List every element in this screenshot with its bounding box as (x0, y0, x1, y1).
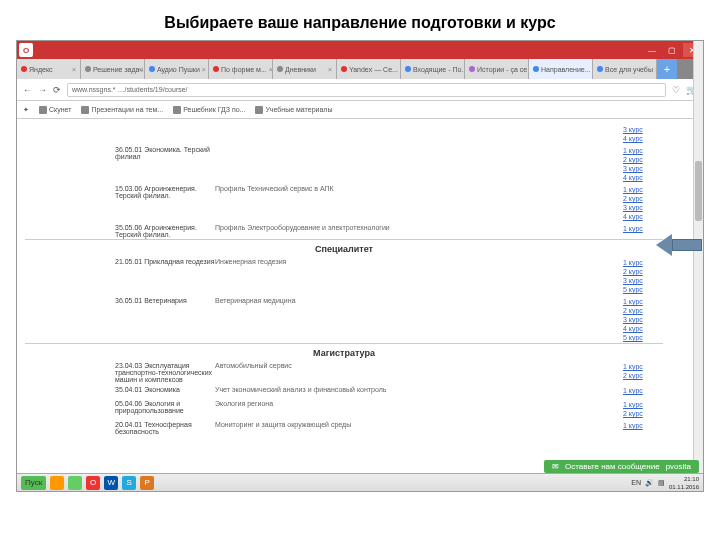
start-button[interactable]: Пуск (21, 476, 46, 490)
course-link[interactable]: 2 курс (623, 155, 663, 164)
browser-tab[interactable]: Решение задач× (81, 59, 145, 79)
course-link[interactable]: 3 курс (623, 315, 663, 324)
page-title: Выбираете ваше направление подготовки и … (0, 0, 720, 40)
new-tab-button[interactable]: + (657, 59, 677, 79)
course-link[interactable]: 1 курс (623, 400, 663, 409)
course-link[interactable]: 1 курс (623, 362, 663, 371)
browser-window: O — ▢ ✕ Яндекс×Решение задач×Аудио Пушки… (16, 40, 704, 492)
reload-button[interactable]: ⟳ (53, 85, 61, 95)
program-row: 15.03.06 Агроинженерия. Терский филиал.П… (25, 183, 663, 222)
course-links: 1 курс2 курс3 курс4 курс5 курс (623, 297, 663, 342)
course-link[interactable]: 1 курс (623, 146, 663, 155)
taskbar-app-icon[interactable]: S (122, 476, 136, 490)
titlebar: O — ▢ ✕ (17, 41, 703, 59)
clock[interactable]: 21:10 01.11.2016 (669, 475, 699, 491)
course-links: 1 курс2 курс3 курс4 курс (623, 146, 663, 182)
browser-tab[interactable]: Истории - ça ce× (465, 59, 529, 79)
course-link[interactable]: 1 курс (623, 297, 663, 306)
browser-tab[interactable]: Все для учебы× (593, 59, 657, 79)
course-link[interactable]: 3 курс (623, 125, 663, 134)
program-name: 36.05.01 Экономика. Терский филиал (25, 146, 215, 182)
course-link[interactable]: 2 курс (623, 371, 663, 380)
course-link[interactable]: 2 курс (623, 194, 663, 203)
tray-sound-icon[interactable]: 🔊 (645, 479, 654, 487)
program-row: 23.04.03 Эксплуатация транспортно-технол… (25, 360, 663, 384)
address-bar[interactable]: www.nssgns.* …/students/19/course/ (67, 83, 666, 97)
course-links: 1 курс (623, 421, 663, 435)
tabstrip: Яндекс×Решение задач×Аудио Пушки×По форм… (17, 59, 703, 79)
program-name: 15.03.06 Агроинженерия. Терский филиал. (25, 185, 215, 221)
course-link[interactable]: 1 курс (623, 386, 663, 395)
browser-tab[interactable]: Дневники× (273, 59, 337, 79)
course-link[interactable]: 5 курс (623, 333, 663, 342)
program-name: 35.04.01 Экономика (25, 386, 215, 397)
tray-lang[interactable]: EN (631, 479, 641, 486)
course-link[interactable]: 2 курс (623, 306, 663, 315)
program-row: 35.05.06 Агроинженерия. Терский филиал.П… (25, 222, 663, 239)
chat-icon: ✉ (552, 462, 559, 471)
section-specialitet: Специалитет (25, 240, 663, 256)
course-link[interactable]: 4 курс (623, 212, 663, 221)
course-links: 1 курс (623, 386, 663, 397)
program-name: 05.04.06 Экология и природопользование (25, 400, 215, 418)
chat-widget[interactable]: ✉ Оставьте нам сообщение pvosita (544, 460, 699, 473)
browser-tab[interactable]: Yandex — Се...× (337, 59, 401, 79)
course-links: 1 курс2 курс (623, 362, 663, 383)
tray-flag-icon[interactable]: ▧ (658, 479, 665, 487)
browser-tab[interactable]: Направление...× (529, 59, 593, 79)
bookmark-star-icon: ✦ (23, 106, 29, 114)
course-link[interactable]: 1 курс (623, 224, 663, 233)
taskbar-app-icon[interactable] (50, 476, 64, 490)
program-row: 36.05.01 ВетеринарияВетеринарная медицин… (25, 295, 663, 343)
chat-message: Оставьте нам сообщение (565, 462, 660, 471)
program-profile: Мониторинг и защита окружающей среды (215, 421, 623, 435)
taskbar-app-icon[interactable]: W (104, 476, 118, 490)
browser-tab[interactable]: Аудио Пушки× (145, 59, 209, 79)
course-link[interactable]: 4 курс (623, 134, 663, 143)
course-links: 1 курс2 курс3 курс5 курс (623, 258, 663, 294)
page-content: 3 курс4 курс36.05.01 Экономика. Терский … (17, 119, 703, 491)
bookmark-item[interactable]: Учебные материалы (255, 106, 332, 114)
arrow-callout (656, 234, 702, 256)
browser-tab[interactable]: По форме м...× (209, 59, 273, 79)
course-link[interactable]: 3 курс (623, 203, 663, 212)
program-name: 36.05.01 Ветеринария (25, 297, 215, 342)
opera-menu-icon[interactable]: O (19, 43, 33, 57)
browser-tab[interactable]: Входящие - По...× (401, 59, 465, 79)
browser-tab[interactable]: Яндекс× (17, 59, 81, 79)
minimize-button[interactable]: — (643, 43, 661, 57)
bookmark-item[interactable]: Презентации на тем... (81, 106, 163, 114)
program-name: 35.05.06 Агроинженерия. Терский филиал. (25, 224, 215, 238)
forward-button[interactable]: → (38, 85, 47, 95)
course-link[interactable]: 1 курс (623, 258, 663, 267)
heart-icon[interactable]: ♡ (672, 85, 680, 95)
bookmark-item[interactable]: Решебник ГДЗ по... (173, 106, 245, 114)
maximize-button[interactable]: ▢ (663, 43, 681, 57)
taskbar-app-icon[interactable]: P (140, 476, 154, 490)
course-link[interactable]: 1 курс (623, 185, 663, 194)
course-link[interactable]: 4 курс (623, 173, 663, 182)
taskbar-app-icon[interactable] (68, 476, 82, 490)
program-profile: Автомобильный сервис (215, 362, 623, 383)
course-link[interactable]: 3 курс (623, 276, 663, 285)
taskbar-app-icon[interactable]: O (86, 476, 100, 490)
course-link[interactable]: 5 курс (623, 285, 663, 294)
chat-user: pvosita (666, 462, 691, 471)
course-link[interactable]: 2 курс (623, 409, 663, 418)
course-link[interactable]: 2 курс (623, 267, 663, 276)
bookmark-item[interactable]: Скунет (39, 106, 71, 114)
program-profile (215, 146, 623, 182)
section-magistratura: Магистратура (25, 344, 663, 360)
program-name: 23.04.03 Эксплуатация транспортно-технол… (25, 362, 215, 383)
course-links: 1 курс2 курс (623, 400, 663, 418)
program-name (25, 125, 215, 143)
program-profile: Экология региона (215, 400, 623, 418)
program-row: 21.05.01 Прикладная геодезияИнженерная г… (25, 256, 663, 295)
scrollbar-thumb[interactable] (695, 161, 702, 221)
scrollbar[interactable] (693, 41, 703, 473)
program-row: 05.04.06 Экология и природопользованиеЭк… (25, 398, 663, 419)
course-link[interactable]: 3 курс (623, 164, 663, 173)
course-link[interactable]: 1 курс (623, 421, 663, 430)
back-button[interactable]: ← (23, 85, 32, 95)
course-link[interactable]: 4 курс (623, 324, 663, 333)
